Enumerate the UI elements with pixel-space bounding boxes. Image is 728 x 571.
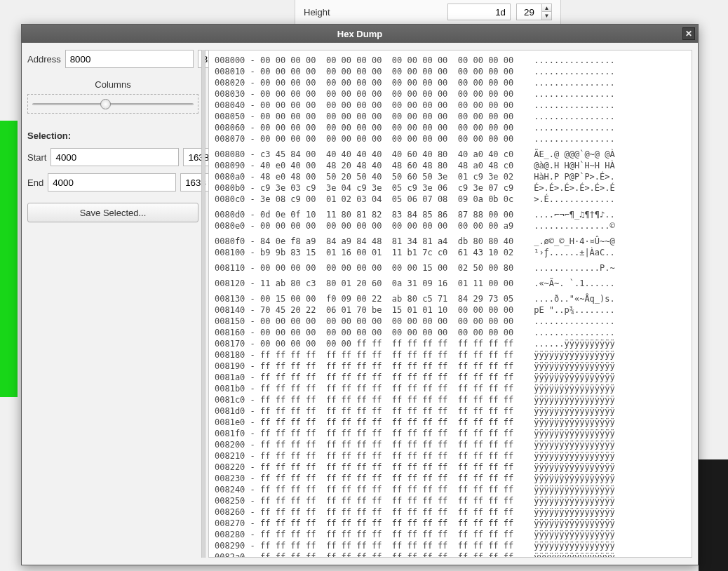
hex-row[interactable]: 0081c0 - ff ff ff ff ff ff ff ff ff ff f… [215, 394, 686, 405]
hex-row[interactable]: 0080f0 - 84 0e f8 a9 84 a9 84 48 81 34 8… [215, 236, 686, 247]
hex-row[interactable]: 008080 - c3 45 84 00 40 40 40 40 40 60 4… [215, 149, 686, 160]
hexdump-scroll[interactable]: 008000 - 00 00 00 00 00 00 00 00 00 00 0… [209, 51, 692, 557]
hex-row[interactable]: 008200 - ff ff ff ff ff ff ff ff ff ff f… [215, 439, 686, 450]
hex-row[interactable]: 0080d0 - 0d 0e 0f 10 11 80 81 82 83 84 8… [215, 209, 686, 220]
save-selected-button[interactable]: Save Selected... [27, 203, 198, 222]
hex-row[interactable]: 008230 - ff ff ff ff ff ff ff ff ff ff f… [215, 473, 686, 484]
slider-track [32, 103, 194, 105]
height-dec-input[interactable] [516, 4, 541, 20]
up-arrow-icon[interactable]: ▲ [542, 4, 551, 12]
hex-row[interactable]: 008220 - ff ff ff ff ff ff ff ff ff ff f… [215, 462, 686, 473]
hex-row[interactable]: 008040 - 00 00 00 00 00 00 00 00 00 00 0… [215, 100, 686, 111]
start-label: Start [27, 152, 46, 163]
height-spinner[interactable]: ▲ ▼ [541, 4, 552, 20]
hex-row[interactable]: 008180 - ff ff ff ff ff ff ff ff ff ff f… [215, 349, 686, 361]
bg-green-strip [0, 121, 18, 397]
bg-property-panel: Height ▲ ▼ [295, 0, 561, 25]
hex-row[interactable]: 008150 - 00 00 00 00 00 00 00 00 00 00 0… [215, 316, 686, 327]
bg-dark-strip [699, 459, 728, 571]
address-hex-input[interactable] [65, 50, 194, 68]
slider-thumb[interactable] [100, 99, 111, 109]
dialog-titlebar[interactable]: Hex Dump ✕ [22, 25, 698, 43]
hex-row[interactable]: 008090 - 40 e0 40 00 48 20 48 40 48 60 4… [215, 160, 686, 171]
hex-row[interactable]: 0080c0 - 3e 08 c9 00 01 02 03 04 05 06 0… [215, 194, 686, 205]
hex-row[interactable]: 008050 - 00 00 00 00 00 00 00 00 00 00 0… [215, 111, 686, 122]
hex-row[interactable]: 0080b0 - c9 3e 03 c9 3e 04 c9 3e 05 c9 3… [215, 182, 686, 194]
height-label: Height [304, 7, 442, 18]
columns-slider[interactable] [32, 98, 194, 110]
hex-row[interactable]: 0082a0 - ff ff ff ff ff ff ff ff ff ff f… [215, 551, 686, 557]
hex-row[interactable]: 008290 - ff ff ff ff ff ff ff ff ff ff f… [215, 540, 686, 551]
close-icon: ✕ [685, 29, 692, 39]
sidebar: Address ▲ ▼ Columns Selection: [27, 50, 198, 558]
hex-row[interactable]: 0081b0 - ff ff ff ff ff ff ff ff ff ff f… [215, 383, 686, 394]
hex-row[interactable]: 0080e0 - 00 00 00 00 00 00 00 00 00 00 0… [215, 220, 686, 231]
hex-row[interactable]: 008160 - 00 00 00 00 00 00 00 00 00 00 0… [215, 327, 686, 338]
hex-row[interactable]: 008260 - ff ff ff ff ff ff ff ff ff ff f… [215, 506, 686, 518]
hex-row[interactable]: 008280 - ff ff ff ff ff ff ff ff ff ff f… [215, 529, 686, 540]
hex-row[interactable]: 008240 - ff ff ff ff ff ff ff ff ff ff f… [215, 484, 686, 495]
hex-row[interactable]: 008110 - 00 00 00 00 00 00 00 00 00 00 1… [215, 262, 686, 274]
dialog-title: Hex Dump [337, 29, 382, 39]
hex-row[interactable]: 0080a0 - 48 e0 48 00 50 20 50 40 50 60 5… [215, 171, 686, 182]
address-label: Address [27, 54, 61, 65]
hex-row[interactable]: 0081d0 - ff ff ff ff ff ff ff ff ff ff f… [215, 405, 686, 417]
hex-row[interactable]: 008270 - ff ff ff ff ff ff ff ff ff ff f… [215, 518, 686, 529]
hex-row[interactable]: 008170 - 00 00 00 00 00 00 ff ff ff ff f… [215, 338, 686, 349]
hex-row[interactable]: 008140 - 70 45 20 22 06 01 70 be 15 01 0… [215, 304, 686, 316]
close-button[interactable]: ✕ [682, 27, 695, 40]
hex-row[interactable]: 008000 - 00 00 00 00 00 00 00 00 00 00 0… [215, 55, 686, 66]
hex-row[interactable]: 008020 - 00 00 00 00 00 00 00 00 00 00 0… [215, 77, 686, 88]
hex-row[interactable]: 0081e0 - ff ff ff ff ff ff ff ff ff ff f… [215, 417, 686, 428]
save-selected-label: Save Selected... [80, 208, 147, 218]
end-label: End [27, 177, 43, 188]
hex-row[interactable]: 008070 - 00 00 00 00 00 00 00 00 00 00 0… [215, 133, 686, 145]
columns-slider-wrap [27, 94, 198, 114]
start-hex-input[interactable] [50, 148, 179, 166]
hex-row[interactable]: 008030 - 00 00 00 00 00 00 00 00 00 00 0… [215, 88, 686, 100]
end-dec-input[interactable] [180, 173, 211, 192]
hex-row[interactable]: 008250 - ff ff ff ff ff ff ff ff ff ff f… [215, 495, 686, 506]
down-arrow-icon[interactable]: ▼ [542, 12, 551, 20]
hexdump-dialog: Hex Dump ✕ Address ▲ ▼ Columns [21, 24, 699, 565]
hex-row[interactable]: 008060 - 00 00 00 00 00 00 00 00 00 00 0… [215, 122, 686, 133]
hexdump-panel: 008000 - 00 00 00 00 00 00 00 00 00 00 0… [208, 50, 692, 558]
hex-row[interactable]: 008100 - b9 9b 83 15 01 16 00 01 11 b1 7… [215, 247, 686, 258]
hex-row[interactable]: 0081a0 - ff ff ff ff ff ff ff ff ff ff f… [215, 372, 686, 383]
splitter[interactable] [201, 50, 205, 558]
hex-row[interactable]: 008010 - 00 00 00 00 00 00 00 00 00 00 0… [215, 66, 686, 77]
columns-label: Columns [27, 79, 198, 90]
hex-row[interactable]: 008210 - ff ff ff ff ff ff ff ff ff ff f… [215, 450, 686, 462]
hex-row[interactable]: 0081f0 - ff ff ff ff ff ff ff ff ff ff f… [215, 428, 686, 439]
height-hex-input[interactable] [447, 4, 511, 20]
hex-row[interactable]: 008120 - 11 ab 80 c3 80 01 20 60 0a 31 0… [215, 278, 686, 289]
hex-row[interactable]: 008190 - ff ff ff ff ff ff ff ff ff ff f… [215, 361, 686, 372]
end-hex-input[interactable] [48, 173, 176, 192]
selection-heading: Selection: [27, 130, 198, 141]
hex-row[interactable]: 008130 - 00 15 00 00 f0 09 00 22 ab 80 c… [215, 293, 686, 304]
